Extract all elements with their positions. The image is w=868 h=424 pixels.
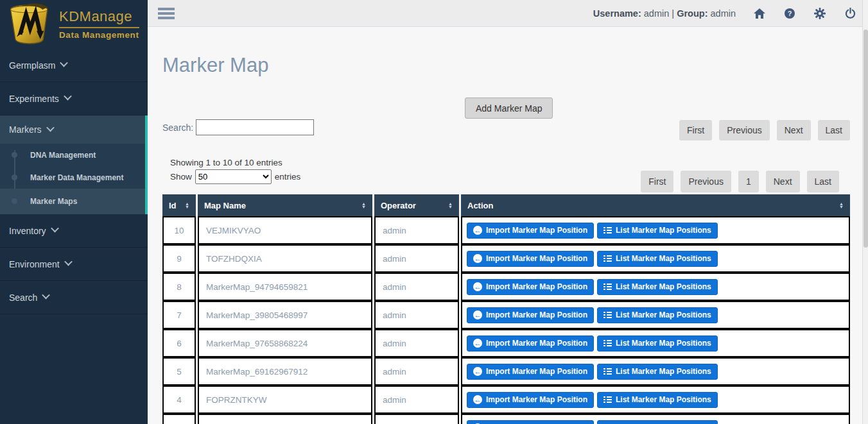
import-marker-map-position-button[interactable]: ←Import Marker Map Position <box>467 251 594 267</box>
sidebar-item-label: Inventory <box>9 226 46 236</box>
show-label: Show <box>170 172 192 182</box>
showing-entries-text: Showing 1 to 10 of 10 entries <box>170 158 282 167</box>
list-marker-map-positions-button[interactable]: List Marker Map Positions <box>597 251 718 267</box>
list-marker-map-positions-button[interactable]: List Marker Map Positions <box>597 223 718 239</box>
list-icon <box>603 254 612 263</box>
pagination-1-button[interactable]: 1 <box>738 171 759 192</box>
list-marker-map-positions-button[interactable]: List Marker Map Positions <box>597 279 718 295</box>
home-icon[interactable] <box>753 7 766 20</box>
kdmanage-logo-icon <box>3 1 58 47</box>
cell-map-name: FOPRZNTKYW <box>198 386 372 414</box>
list-marker-map-positions-button[interactable]: List Marker Map Positions <box>597 420 718 424</box>
import-marker-map-position-button[interactable]: ←Import Marker Map Position <box>467 364 594 380</box>
cell-id: 6 <box>162 329 196 357</box>
chevron-down-icon <box>64 258 73 266</box>
action-button-label: Import Marker Map Position <box>486 226 587 235</box>
cell-action: ←Import Marker Map PositionList Marker M… <box>461 301 850 329</box>
pagination-first-button[interactable]: First <box>679 120 712 140</box>
table-header-row: Id▲▼ Map Name▲▼ Operator▲▼ Action▲▼ <box>162 194 850 216</box>
table-row: 7MarkerMap_39805468997admin←Import Marke… <box>162 301 850 329</box>
divider-text: | <box>672 8 674 19</box>
sidebar: KDManage Data Management Germplasm Exper… <box>0 0 148 424</box>
search-row: Search: <box>162 119 314 135</box>
import-marker-map-position-button[interactable]: ←Import Marker Map Position <box>467 335 594 352</box>
sidebar-item-environment[interactable]: Environment <box>0 248 148 281</box>
add-marker-map-button[interactable]: Add Marker Map <box>465 98 553 119</box>
sidebar-item-inventory[interactable]: Inventory <box>0 214 148 248</box>
action-button-label: List Marker Map Positions <box>616 282 711 291</box>
menu-hamburger-icon[interactable] <box>158 8 175 21</box>
pagination-last-button[interactable]: Last <box>818 120 850 140</box>
cell-id: 10 <box>162 216 196 244</box>
sidebar-item-marker-data-management[interactable]: Marker Data Management <box>0 166 145 189</box>
list-marker-map-positions-button[interactable]: List Marker Map Positions <box>597 364 718 380</box>
brand-text: KDManage Data Management <box>59 9 139 39</box>
list-marker-map-positions-button[interactable]: List Marker Map Positions <box>597 335 718 352</box>
cell-operator: admin <box>374 216 459 244</box>
cell-map-name <box>198 414 372 424</box>
cell-id: 9 <box>162 244 196 273</box>
import-marker-map-position-button[interactable]: ←Import Marker Map Position <box>467 223 594 239</box>
list-marker-map-positions-button[interactable]: List Marker Map Positions <box>597 392 718 408</box>
action-button-label: Import Marker Map Position <box>486 254 587 263</box>
pagination-next-button[interactable]: Next <box>766 171 800 192</box>
chevron-down-icon <box>42 291 50 300</box>
pagination-previous-button[interactable]: Previous <box>681 171 731 192</box>
column-header-id[interactable]: Id▲▼ <box>162 194 196 216</box>
chevron-down-icon <box>51 225 59 233</box>
import-marker-map-position-button[interactable]: ←Import Marker Map Position <box>467 307 594 323</box>
cell-action: ←Import Marker Map PositionList Marker M… <box>461 386 850 414</box>
chevron-down-icon <box>60 59 68 67</box>
list-icon <box>603 367 612 376</box>
user-info-text: Username: admin | Group: admin <box>593 8 736 19</box>
arrow-circle-left-icon: ← <box>473 226 482 235</box>
list-marker-map-positions-button[interactable]: List Marker Map Positions <box>597 307 718 323</box>
column-header-action[interactable]: Action▲▼ <box>461 194 850 216</box>
action-button-label: Import Marker Map Position <box>486 310 587 319</box>
pagination-last-button[interactable]: Last <box>807 171 839 192</box>
vertical-scrollbar[interactable] <box>862 0 868 424</box>
sidebar-item-label: Markers <box>9 124 42 135</box>
help-icon[interactable]: ? <box>783 7 796 20</box>
sidebar-item-marker-maps[interactable]: Marker Maps <box>0 189 145 214</box>
marker-map-table: Id▲▼ Map Name▲▼ Operator▲▼ Action▲▼ 10VE… <box>161 194 852 424</box>
power-icon[interactable] <box>844 7 856 20</box>
cell-operator: admin <box>374 273 459 301</box>
entries-label: entries <box>275 172 301 182</box>
pagination-previous-button[interactable]: Previous <box>719 120 769 140</box>
cell-action: ←Import Marker Map PositionList Marker M… <box>461 216 850 244</box>
sidebar-item-dna-management[interactable]: DNA Management <box>0 144 145 166</box>
cell-map-name: MarkerMap_69162967912 <box>198 357 372 386</box>
cell-id: 8 <box>162 273 196 301</box>
group-value: admin <box>711 8 736 19</box>
action-buttons: ←Import Marker Map PositionList Marker M… <box>467 420 844 424</box>
cell-operator: admin <box>374 301 459 329</box>
sidebar-item-experiments[interactable]: Experiments <box>0 82 148 115</box>
action-buttons: ←Import Marker Map PositionList Marker M… <box>467 364 844 380</box>
sort-icon: ▲▼ <box>448 202 453 208</box>
sidebar-item-search[interactable]: Search <box>0 281 148 314</box>
table-row: 10VEJMIKVYAOadmin←Import Marker Map Posi… <box>162 216 850 244</box>
sidebar-item-germplasm[interactable]: Germplasm <box>0 49 148 82</box>
group-label: Group: <box>677 8 707 19</box>
pagination-first-button[interactable]: First <box>641 171 673 192</box>
search-input[interactable] <box>196 119 314 135</box>
pagination-next-button[interactable]: Next <box>777 120 811 140</box>
sidebar-item-markers[interactable]: Markers <box>0 115 145 144</box>
import-marker-map-position-button[interactable]: ←Import Marker Map Position <box>467 392 594 408</box>
sidebar-item-label: Search <box>9 293 37 303</box>
column-header-operator[interactable]: Operator▲▼ <box>374 194 459 216</box>
page-size-select[interactable]: 50 <box>195 169 272 184</box>
arrow-circle-left-icon: ← <box>473 310 482 319</box>
marker-map-page: KDManage Data Management Germplasm Exper… <box>0 0 868 424</box>
column-header-map-name[interactable]: Map Name▲▼ <box>198 194 372 216</box>
import-marker-map-position-button[interactable]: ←Import Marker Map Position <box>467 279 594 295</box>
sidebar-item-label: Experiments <box>9 94 59 104</box>
settings-icon[interactable] <box>813 7 826 20</box>
sidebar-section-markers: Markers DNA Management Marker Data Manag… <box>0 115 148 214</box>
pagination-top: FirstPreviousNextLast <box>679 120 850 140</box>
scrollbar-thumb[interactable] <box>864 30 868 248</box>
import-marker-map-position-button[interactable]: ←Import Marker Map Position <box>467 420 594 424</box>
brand-logo-area[interactable]: KDManage Data Management <box>0 0 148 49</box>
cell-action: ←Import Marker Map PositionList Marker M… <box>461 329 850 357</box>
